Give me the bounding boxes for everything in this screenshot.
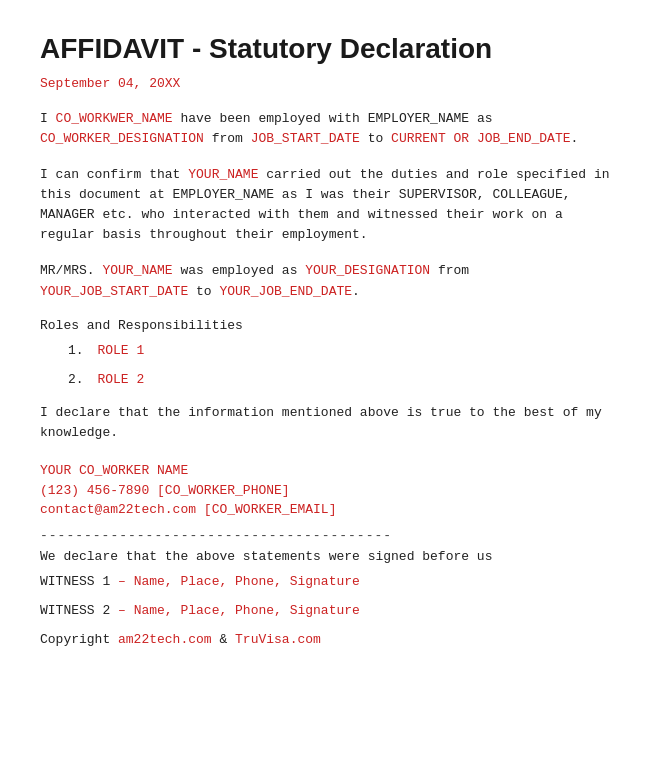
paragraph-3: MR/MRS. YOUR_NAME was employed as YOUR_D… [40,261,618,301]
para3-text-end: . [352,284,360,299]
witness2-details: – Name, Place, Phone, Signature [118,603,360,618]
truvisa-link[interactable]: TruVisa.com [235,632,321,647]
contact-name: YOUR CO_WORKER NAME [40,461,618,481]
contact-phone-placeholder: [CO_WORKER_PHONE] [157,483,290,498]
para3-text-mid3: to [188,284,219,299]
roles-list: 1. ROLE 1 2. ROLE 2 [40,343,618,387]
witness1-line: WITNESS 1 – Name, Place, Phone, Signatur… [40,574,618,589]
witness1-label: WITNESS 1 [40,574,110,589]
para1-text-mid3: to [360,131,391,146]
para1-text-mid2: from [204,131,251,146]
contact-email-placeholder: [CO_WORKER_EMAIL] [204,502,337,517]
witness1-details: – Name, Place, Phone, Signature [118,574,360,589]
list-item: 1. ROLE 1 [40,343,618,358]
para2-text-before: I can confirm that [40,167,188,182]
roles-heading: Roles and Responsibilities [40,318,618,333]
copyright-line: Copyright am22tech.com & TruVisa.com [40,632,618,647]
role1-num: 1. [68,343,84,358]
contact-email: contact@am22tech.com [CO_WORKER_EMAIL] [40,500,618,520]
contact-email-link[interactable]: contact@am22tech.com [40,502,196,517]
declare-paragraph: I declare that the information mentioned… [40,403,618,443]
your-designation: YOUR_DESIGNATION [305,263,430,278]
am22tech-link[interactable]: am22tech.com [118,632,212,647]
paragraph-1: I CO_WORKWER_NAME have been employed wit… [40,109,618,149]
witness-heading: We declare that the above statements wer… [40,549,618,564]
contact-name-text: YOUR CO_WORKER NAME [40,463,188,478]
coworker-name: CO_WORKWER_NAME [56,111,173,126]
contact-phone: (123) 456-7890 [CO_WORKER_PHONE] [40,481,618,501]
contact-block: YOUR CO_WORKER NAME (123) 456-7890 [CO_W… [40,461,618,520]
witness2-label: WITNESS 2 [40,603,110,618]
role1-label: ROLE 1 [97,343,144,358]
copyright-text-before: Copyright [40,632,118,647]
page-title: AFFIDAVIT - Statutory Declaration [40,32,618,66]
paragraph-2: I can confirm that YOUR_NAME carried out… [40,165,618,246]
your-name-para3: YOUR_NAME [102,263,172,278]
para1-text-mid1: have been employed with EMPLOYER_NAME as [173,111,493,126]
para3-text-mid2: from [430,263,469,278]
document-date: September 04, 20XX [40,76,618,91]
role2-num: 2. [68,372,84,387]
contact-phone-display: (123) 456-7890 [40,483,149,498]
job-end-date: CURRENT OR JOB_END_DATE [391,131,570,146]
your-job-start-date: YOUR_JOB_START_DATE [40,284,188,299]
co-worker-designation: CO_WORKER_DESIGNATION [40,131,204,146]
para1-text-end: . [571,131,579,146]
list-item: 2. ROLE 2 [40,372,618,387]
copyright-text-mid: & [212,632,235,647]
para3-text-mid1: was employed as [173,263,306,278]
para3-text-before: MR/MRS. [40,263,102,278]
job-start-date: JOB_START_DATE [251,131,360,146]
divider-line: ---------------------------------------- [40,528,618,543]
witness2-line: WITNESS 2 – Name, Place, Phone, Signatur… [40,603,618,618]
para1-text-before: I [40,111,56,126]
role2-label: ROLE 2 [97,372,144,387]
your-name-para2: YOUR_NAME [188,167,258,182]
your-job-end-date: YOUR_JOB_END_DATE [219,284,352,299]
